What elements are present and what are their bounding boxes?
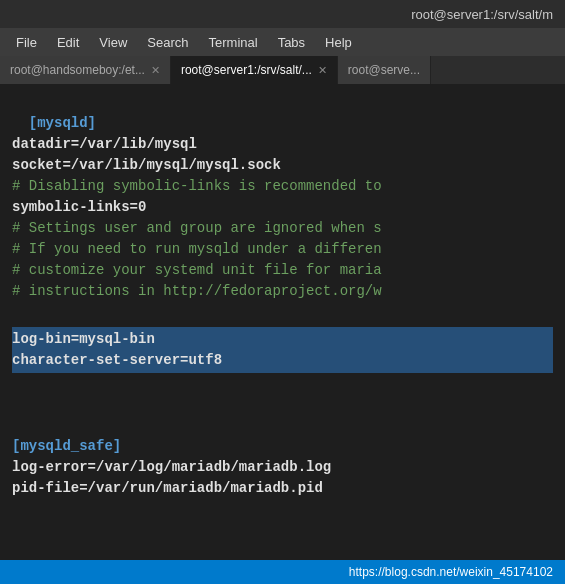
tab-1-close[interactable]: ✕ [151,64,160,77]
line-12: character-set-server=utf8 [12,352,222,368]
tab-bar: root@handsomeboy:/et... ✕ root@server1:/… [0,56,565,84]
menu-help[interactable]: Help [317,33,360,52]
title-bar: root@server1:/srv/salt/m [0,0,565,28]
menu-terminal[interactable]: Terminal [201,33,266,52]
tab-2-label: root@server1:/srv/salt/... [181,63,312,77]
line-1: [mysqld] [29,115,96,131]
line-11: log-bin=mysql-bin [12,331,155,347]
tab-3-label: root@serve... [348,63,420,77]
line-4: # Disabling symbolic-links is recommende… [12,178,382,194]
menu-file[interactable]: File [8,33,45,52]
line-3: socket=/var/lib/mysql/mysql.sock [12,157,281,173]
menu-tabs[interactable]: Tabs [270,33,313,52]
menu-bar: File Edit View Search Terminal Tabs Help [0,28,565,56]
line-6: # Settings user and group are ignored wh… [12,220,382,236]
line-8: # customize your systemd unit file for m… [12,262,382,278]
tab-2-close[interactable]: ✕ [318,64,327,77]
title-text: root@server1:/srv/salt/m [411,7,553,22]
menu-edit[interactable]: Edit [49,33,87,52]
line-5: symbolic-links=0 [12,199,146,215]
tab-1[interactable]: root@handsomeboy:/et... ✕ [0,56,171,84]
status-url: https://blog.csdn.net/weixin_45174102 [349,565,553,579]
tab-3[interactable]: root@serve... [338,56,431,84]
line-16: log-error=/var/log/mariadb/mariadb.log [12,459,331,475]
line-7: # If you need to run mysqld under a diff… [12,241,382,257]
line-15: [mysqld_safe] [12,438,121,454]
menu-search[interactable]: Search [139,33,196,52]
status-bar: https://blog.csdn.net/weixin_45174102 [0,560,565,584]
line-9: # instructions in http://fedoraproject.o… [12,283,382,299]
highlight-block: log-bin=mysql-bin character-set-server=u… [12,327,553,373]
tab-2[interactable]: root@server1:/srv/salt/... ✕ [171,56,338,84]
editor-area: [mysqld] datadir=/var/lib/mysql socket=/… [0,84,565,560]
line-17: pid-file=/var/run/mariadb/mariadb.pid [12,480,323,496]
tab-1-label: root@handsomeboy:/et... [10,63,145,77]
line-empty1 [12,417,20,433]
line-2: datadir=/var/lib/mysql [12,136,197,152]
menu-view[interactable]: View [91,33,135,52]
